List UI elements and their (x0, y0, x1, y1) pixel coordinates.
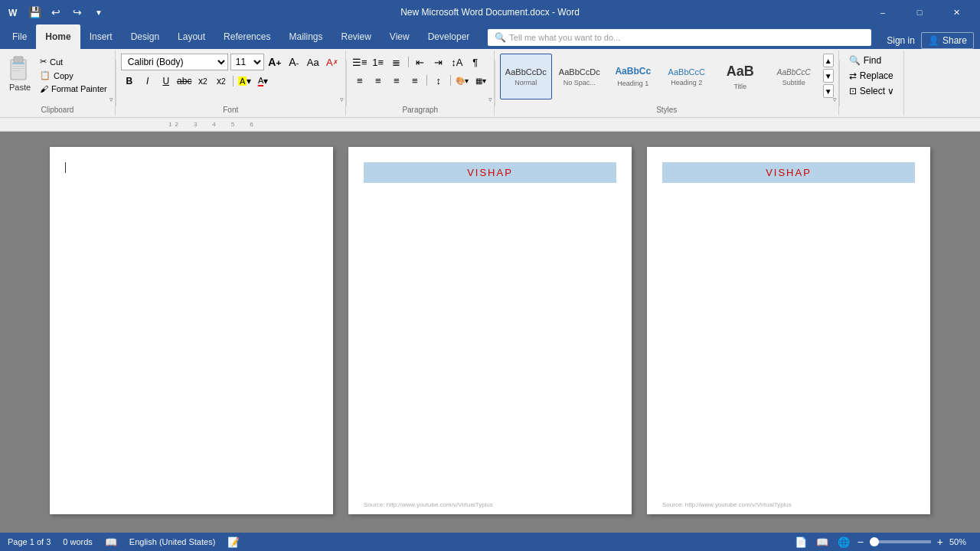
print-layout-view-button[interactable]: 📄 (793, 535, 808, 549)
underline-button[interactable]: U (158, 73, 175, 90)
paragraph-expander[interactable]: ▿ (488, 96, 492, 103)
style-heading1-name: Heading 1 (617, 80, 648, 87)
svg-rect-6 (12, 68, 24, 69)
numbering-button[interactable]: 1≡ (370, 54, 387, 70)
tab-mailings[interactable]: Mailings (279, 24, 332, 49)
minimize-button[interactable]: – (865, 0, 900, 24)
select-button[interactable]: ⊡ Select ∨ (844, 84, 900, 98)
font-expander[interactable]: ▿ (340, 96, 344, 103)
close-button[interactable]: ✕ (939, 0, 974, 24)
tab-references[interactable]: References (214, 24, 279, 49)
superscript-button[interactable]: x2 (213, 73, 230, 90)
tab-developer[interactable]: Developer (419, 24, 479, 49)
zoom-out-button[interactable]: − (858, 536, 864, 548)
svg-rect-3 (14, 57, 23, 63)
tab-design[interactable]: Design (122, 24, 168, 49)
styles-more[interactable]: ▼ (823, 84, 834, 98)
page-3[interactable]: VISHAP Source: http://www.youtube.com/v/… (647, 147, 930, 514)
font-group: Calibri (Body) 11 A+ A- Aa A✗ B I U abc … (116, 51, 346, 116)
paste-button[interactable]: Paste (5, 54, 35, 93)
page-3-inner: VISHAP (647, 147, 930, 514)
proofing-icon[interactable]: 📖 (105, 536, 117, 548)
select-icon: ⊡ (849, 86, 857, 96)
web-layout-button[interactable]: 🌐 (836, 535, 851, 549)
format-painter-button[interactable]: 🖌 Format Painter (37, 83, 110, 95)
text-highlight-button[interactable]: A▾ (237, 73, 253, 90)
change-case-button[interactable]: Aa (305, 54, 322, 70)
read-mode-button[interactable]: 📖 (815, 535, 830, 549)
sort-button[interactable]: ↕A (449, 54, 466, 70)
clipboard-expander[interactable]: ▿ (109, 96, 113, 103)
increase-indent-button[interactable]: ⇥ (430, 54, 447, 70)
tab-view[interactable]: View (381, 24, 419, 49)
zoom-in-button[interactable]: + (937, 536, 943, 548)
undo-qat-button[interactable]: ↩ (47, 4, 64, 21)
italic-button[interactable]: I (139, 73, 156, 90)
style-normal[interactable]: AaBbCcDc Normal (500, 54, 552, 99)
style-no-spacing[interactable]: AaBbCcDc No Spac... (554, 54, 606, 99)
find-button[interactable]: 🔍 Find (844, 54, 886, 67)
style-normal-preview: AaBbCcDc (505, 67, 547, 77)
shading-button[interactable]: 🎨▾ (454, 72, 471, 89)
style-subtitle-name: Subtitle (782, 79, 805, 86)
bullets-button[interactable]: ☰≡ (351, 54, 368, 70)
style-heading1[interactable]: AaBbCc Heading 1 (607, 54, 659, 99)
bold-button[interactable]: B (121, 73, 138, 90)
tab-file[interactable]: File (3, 24, 36, 49)
paragraph-label: Paragraph (351, 106, 489, 116)
track-changes-icon[interactable]: 📝 (227, 536, 240, 548)
window-controls: – □ ✕ (865, 0, 974, 24)
tab-layout[interactable]: Layout (168, 24, 214, 49)
signin-button[interactable]: Sign in (887, 35, 915, 46)
share-button[interactable]: 👤 Share (921, 32, 974, 49)
font-color-button[interactable]: A▾ (255, 73, 272, 90)
replace-button[interactable]: ⇄ Replace (844, 69, 898, 83)
format-painter-icon: 🖌 (40, 84, 48, 93)
save-qat-button[interactable]: 💾 (26, 4, 43, 21)
page-2[interactable]: VISHAP Source: http://www.youtube.com/v/… (348, 147, 632, 514)
justify-button[interactable]: ≡ (407, 72, 423, 89)
language: English (United States) (129, 537, 216, 546)
zoom-slider[interactable] (870, 540, 931, 543)
font-size-select[interactable]: 11 (230, 54, 264, 70)
qat-customize-button[interactable]: ▼ (90, 4, 107, 21)
align-center-button[interactable]: ≡ (370, 72, 387, 89)
align-right-button[interactable]: ≡ (388, 72, 405, 89)
clear-formatting-button[interactable]: A✗ (324, 54, 341, 70)
tell-me-input[interactable]: 🔍 Tell me what you want to do... (488, 29, 871, 46)
para-row-2: ≡ ≡ ≡ ≡ ↕ 🎨▾ ▦▾ (351, 72, 489, 89)
subscript-button[interactable]: x2 (194, 73, 211, 90)
decrease-font-size-button[interactable]: A- (286, 54, 302, 70)
style-heading2[interactable]: AaBbCcC Heading 2 (661, 54, 713, 99)
styles-scroll-down[interactable]: ▼ (823, 69, 834, 83)
styles-content: AaBbCcDc Normal AaBbCcDc No Spac... AaBb… (500, 51, 834, 106)
tab-insert[interactable]: Insert (80, 24, 122, 49)
status-right: 📄 📖 🌐 − + 50% (793, 535, 972, 549)
tab-review[interactable]: Review (332, 24, 380, 49)
cut-button[interactable]: ✂ Cut (37, 55, 110, 68)
decrease-indent-button[interactable]: ⇤ (412, 54, 429, 70)
line-spacing-button[interactable]: ↕ (430, 72, 447, 89)
multilevel-list-button[interactable]: ≣ (388, 54, 405, 70)
show-hide-button[interactable]: ¶ (467, 54, 484, 70)
strikethrough-button[interactable]: abc (176, 73, 193, 90)
pages-container: VISHAP Source: http://www.youtube.com/v/… (0, 132, 980, 533)
style-heading1-preview: AaBbCc (615, 66, 651, 78)
style-subtitle[interactable]: AaBbCcC Subtitle (768, 54, 820, 99)
page-1[interactable] (50, 147, 333, 514)
style-title[interactable]: AaB Title (714, 54, 766, 99)
styles-expander[interactable]: ▿ (833, 96, 837, 103)
zoom-level[interactable]: 50% (949, 537, 972, 546)
borders-button[interactable]: ▦▾ (472, 72, 489, 89)
styles-scroll-up[interactable]: ▲ (823, 54, 834, 67)
restore-button[interactable]: □ (902, 0, 937, 24)
font-family-select[interactable]: Calibri (Body) (121, 54, 228, 70)
increase-font-size-button[interactable]: A+ (266, 54, 283, 70)
style-title-preview: AaB (727, 63, 754, 80)
title-bar: W 💾 ↩ ↪ ▼ New Microsoft Word Document.do… (0, 0, 980, 24)
redo-qat-button[interactable]: ↪ (69, 4, 86, 21)
align-left-button[interactable]: ≡ (351, 72, 368, 89)
tab-home[interactable]: Home (36, 24, 80, 49)
copy-button[interactable]: 📋 Copy (37, 69, 110, 82)
ruler: 1 2 3 4 5 6 (0, 118, 980, 132)
